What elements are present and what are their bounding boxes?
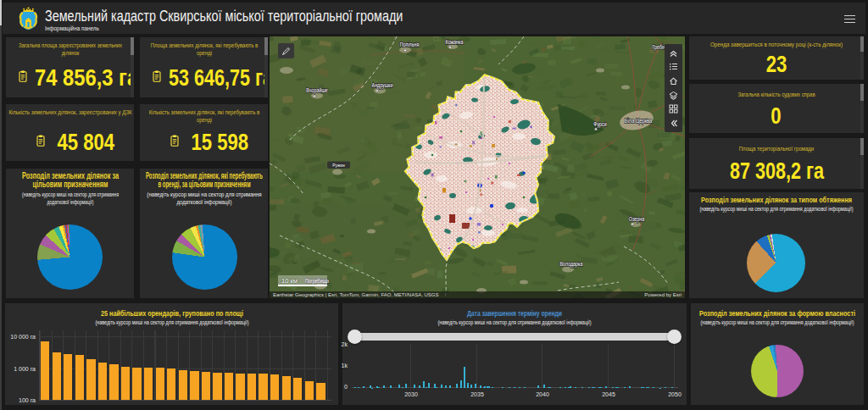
svg-text:Володарка: Володарка [560, 262, 583, 268]
svg-text:Біла Церква: Біла Церква [625, 117, 653, 125]
svg-text:Кожанка: Кожанка [446, 40, 464, 46]
svg-text:Ружин: Ружин [332, 163, 345, 169]
svg-text:Фурси: Фурси [593, 122, 606, 128]
svg-text:Озерна: Озерна [629, 217, 645, 223]
svg-text:Попільня: Попільня [400, 42, 420, 48]
svg-text:Вчорайше: Вчорайше [306, 88, 328, 94]
svg-text:Андрушки: Андрушки [372, 83, 393, 89]
